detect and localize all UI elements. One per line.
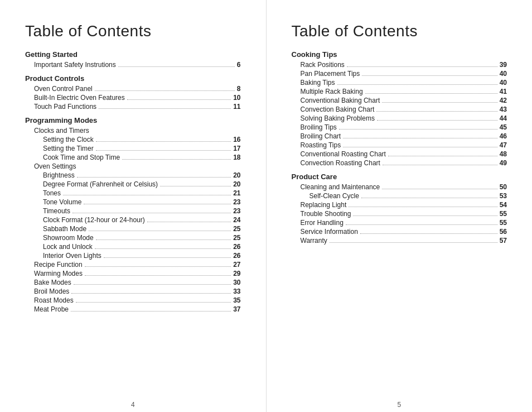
toc-entry: Tone Volume23 <box>25 198 241 206</box>
toc-entry-label: Bake Modes <box>34 279 71 286</box>
toc-entry-label: Self-Clean Cycle <box>309 192 359 200</box>
toc-page-number: 17 <box>233 145 240 152</box>
toc-page-number: 45 <box>500 123 507 131</box>
toc-dots <box>362 75 497 76</box>
toc-dots <box>383 165 497 165</box>
toc-dots <box>343 138 497 138</box>
toc-page-number: 39 <box>500 61 507 69</box>
toc-dots <box>127 99 231 100</box>
toc-entry-label: Roast Modes <box>34 296 74 304</box>
toc-entry-label: Baking Tips <box>301 79 335 87</box>
toc-entry: Timeouts23 <box>25 207 241 215</box>
toc-entry-label: Recipe Function <box>34 261 83 269</box>
toc-dots <box>147 222 231 222</box>
toc-page-number: 55 <box>500 219 507 227</box>
toc-page-number: 41 <box>500 88 507 95</box>
toc-dots <box>72 213 231 213</box>
toc-page-number: 29 <box>233 270 240 277</box>
toc-entry: Convection Roasting Chart49 <box>292 159 507 167</box>
toc-page-number: 25 <box>233 225 240 233</box>
toc-entry-label: Error Handling <box>301 219 344 227</box>
toc-entry: Recipe Function27 <box>25 261 241 269</box>
toc-dots <box>96 239 231 240</box>
toc-entry-label: Setting the Clock <box>43 136 94 143</box>
toc-entry: Multiple Rack Baking41 <box>292 88 507 95</box>
toc-dots <box>346 224 497 225</box>
toc-entry-label: Showroom Mode <box>43 234 94 242</box>
toc-dots <box>85 275 231 276</box>
toc-dots <box>349 207 497 207</box>
toc-entry: Meat Probe37 <box>25 305 241 313</box>
toc-page-number: 6 <box>237 61 241 69</box>
toc-page-number: 33 <box>233 288 240 295</box>
footer: 4 5 <box>0 396 532 412</box>
toc-entry-label: Tones <box>43 189 61 197</box>
toc-entry: Setting the Clock16 <box>25 136 241 143</box>
toc-entry: Degree Format (Fahrenheit or Celsius)20 <box>25 180 241 188</box>
toc-page-number: 40 <box>500 70 507 78</box>
toc-dots <box>63 195 231 195</box>
right-toc-title: Table of Contents <box>292 22 507 40</box>
toc-section-header: Product Care <box>292 173 507 181</box>
toc-entry-label: Pan Placement Tips <box>301 70 360 78</box>
toc-dots <box>95 248 231 249</box>
toc-dots <box>74 284 231 285</box>
toc-entry-label: Multiple Rack Baking <box>301 88 363 95</box>
toc-page-number: 50 <box>500 183 507 191</box>
toc-entry: Trouble Shooting55 <box>292 210 507 218</box>
toc-page-number: 46 <box>500 132 507 140</box>
toc-dots <box>96 141 231 142</box>
toc-entry: Important Safety Instrutions6 <box>25 61 241 69</box>
toc-entry-label: Replacing Light <box>301 201 347 209</box>
left-toc-title: Table of Contents <box>25 22 241 40</box>
toc-page-number: 44 <box>500 114 507 122</box>
toc-entry-label: Warranty <box>301 237 327 245</box>
toc-entry: Broil Modes33 <box>25 288 241 295</box>
toc-entry: Roasting Tips47 <box>292 141 507 149</box>
toc-entry-label: Degree Format (Fahrenheit or Celsius) <box>43 180 158 188</box>
toc-page-number: 37 <box>233 305 240 313</box>
toc-entry: Conventional Roasting Chart48 <box>292 150 507 158</box>
right-page-number: 5 <box>267 396 533 412</box>
toc-page-number: 16 <box>233 136 240 143</box>
toc-entry: Convection Baking Chart43 <box>292 106 507 113</box>
toc-page-number: 35 <box>233 296 240 304</box>
toc-entry-label: Sabbath Mode <box>43 225 86 233</box>
toc-entry-label: Service Information <box>301 228 358 236</box>
toc-entry: Brightness20 <box>25 171 241 179</box>
toc-entry: Built-In Electric Oven Features10 <box>25 94 241 102</box>
toc-page-number: 23 <box>233 207 240 215</box>
toc-page-number: 47 <box>500 141 507 149</box>
toc-dots <box>99 108 231 109</box>
toc-entry-label: Cleaning and Maintenance <box>301 183 380 191</box>
toc-entry-label: Touch Pad Functions <box>34 103 96 111</box>
toc-page-number: 21 <box>233 189 240 197</box>
toc-dots <box>71 293 231 294</box>
toc-entry-label: Convection Roasting Chart <box>301 159 380 167</box>
toc-dots <box>337 84 497 85</box>
toc-entry: Self-Clean Cycle53 <box>292 192 507 200</box>
toc-dots <box>377 120 497 121</box>
toc-section-header: Cooking Tips <box>292 50 507 59</box>
toc-dots <box>122 159 231 160</box>
toc-dots <box>376 111 497 112</box>
toc-page-number: 27 <box>233 261 240 269</box>
toc-subheader: Clocks and Timers <box>25 127 241 135</box>
toc-entry: Pan Placement Tips40 <box>292 70 507 78</box>
toc-entry-label: Rack Positions <box>301 61 345 69</box>
toc-subheader: Oven Settings <box>25 162 241 170</box>
toc-entry: Broiling Tips45 <box>292 123 507 131</box>
toc-page-number: 43 <box>500 106 507 113</box>
toc-entry: Clock Format (12-hour or 24-hour)24 <box>25 216 241 224</box>
toc-page-number: 26 <box>233 243 240 251</box>
toc-dots <box>330 242 497 243</box>
toc-page-number: 10 <box>233 94 240 102</box>
toc-entry: Replacing Light54 <box>292 201 507 209</box>
toc-page-number: 49 <box>500 159 507 167</box>
toc-entry-label: Setting the Timer <box>43 145 94 152</box>
toc-entry-label: Trouble Shooting <box>301 210 351 218</box>
toc-dots <box>96 150 231 151</box>
toc-dots <box>76 302 231 303</box>
toc-entry: Showroom Mode25 <box>25 234 241 242</box>
toc-page-number: 26 <box>233 252 240 260</box>
